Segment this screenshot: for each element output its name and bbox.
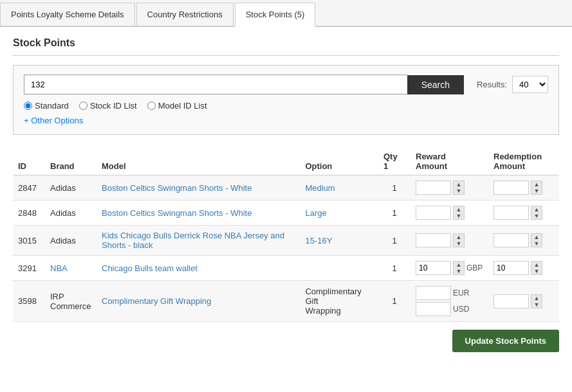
radio-standard[interactable]: Standard [24, 101, 69, 111]
spin-down[interactable]: ▼ [531, 301, 542, 308]
search-row: Search Results: 10 20 40 80 100 [24, 75, 548, 94]
cell-reward: EUR USD [411, 281, 488, 322]
radio-stock-id-list[interactable]: Stock ID List [79, 101, 137, 111]
spin-up[interactable]: ▲ [531, 181, 542, 188]
spin-up[interactable]: ▲ [454, 234, 464, 240]
cell-option: Medium [300, 175, 378, 200]
th-model: Model [97, 148, 300, 175]
table-row: 3598 IRPCommerce Complimentary Gift Wrap… [13, 281, 559, 322]
redemption-input[interactable] [494, 294, 529, 308]
spin-up[interactable]: ▲ [454, 206, 464, 213]
th-qty: Qty1 [378, 148, 411, 175]
redemption-input[interactable] [494, 233, 529, 247]
spin-down[interactable]: ▼ [531, 213, 542, 219]
cell-qty: 1 [378, 226, 411, 256]
cell-redemption: ▲ ▼ [488, 200, 559, 226]
th-brand: Brand [45, 148, 97, 175]
cell-qty: 1 [378, 200, 411, 226]
spin-up[interactable]: ▲ [531, 234, 542, 240]
spin-down[interactable]: ▼ [454, 188, 464, 194]
spin-down[interactable]: ▼ [531, 240, 542, 247]
cell-brand: Adidas [45, 200, 97, 226]
redemption-spin: ▲ ▼ [531, 233, 542, 247]
th-redemption: RedemptionAmount [488, 148, 559, 175]
currency-label-eur: EUR [453, 289, 470, 298]
radio-model-id-list[interactable]: Model ID List [147, 101, 207, 111]
search-input[interactable] [24, 75, 407, 94]
currency-row-eur: EUR [416, 286, 483, 300]
cell-id: 2847 [13, 175, 45, 200]
spin-down[interactable]: ▼ [531, 268, 542, 274]
spin-down[interactable]: ▼ [454, 213, 464, 219]
reward-input[interactable] [416, 181, 451, 195]
redemption-input[interactable] [494, 261, 529, 275]
cell-id: 3598 [13, 281, 45, 322]
cell-reward: ▲ ▼ [411, 200, 488, 226]
tab-points-loyalty[interactable]: Points Loyalty Scheme Details [0, 3, 135, 26]
reward-input-usd[interactable] [416, 302, 451, 316]
results-row: Results: 10 20 40 80 100 [477, 76, 548, 93]
cell-model: Boston Celtics Swingman Shorts - White [97, 175, 300, 200]
cell-reward: ▲ ▼ [411, 226, 488, 256]
redemption-input[interactable] [494, 181, 529, 195]
cell-model: Boston Celtics Swingman Shorts - White [97, 200, 300, 226]
cell-id: 2848 [13, 200, 45, 226]
cell-id: 3291 [13, 256, 45, 281]
reward-input[interactable] [416, 261, 451, 275]
tab-country-restrictions[interactable]: Country Restrictions [136, 3, 234, 26]
cell-qty: 1 [378, 281, 411, 322]
footer-row: Update Stock Points [13, 322, 559, 355]
spin-down[interactable]: ▼ [531, 188, 542, 194]
currency-row-usd: USD [416, 302, 483, 316]
cell-brand: IRPCommerce [45, 281, 97, 322]
cell-option: Large [300, 200, 378, 226]
search-button[interactable]: Search [407, 75, 464, 94]
reward-input[interactable] [416, 233, 451, 247]
table-row: 2848 Adidas Boston Celtics Swingman Shor… [13, 200, 559, 226]
cell-option: Complimentary GiftWrapping [300, 281, 378, 322]
cell-id: 3015 [13, 226, 45, 256]
spin-up[interactable]: ▲ [531, 206, 542, 213]
th-reward: RewardAmount [411, 148, 488, 175]
cell-option [300, 256, 378, 281]
spin-down[interactable]: ▼ [454, 240, 464, 247]
cell-option: 15-16Y [300, 226, 378, 256]
spin-up[interactable]: ▲ [531, 262, 542, 268]
update-stock-points-button[interactable]: Update Stock Points [452, 330, 559, 352]
page-content: Stock Points Search Results: 10 20 40 80… [0, 27, 572, 365]
table-row: 2847 Adidas Boston Celtics Swingman Shor… [13, 175, 559, 200]
results-select[interactable]: 10 20 40 80 100 [512, 76, 548, 93]
th-id: ID [13, 148, 45, 175]
reward-input[interactable] [416, 206, 451, 220]
redemption-spin: ▲ ▼ [531, 261, 542, 275]
tabs-container: Points Loyalty Scheme Details Country Re… [0, 0, 572, 27]
cell-reward: ▲ ▼ [411, 175, 488, 200]
cell-model: Complimentary Gift Wrapping [97, 281, 300, 322]
cell-redemption: ▲ ▼ [488, 256, 559, 281]
cell-model: Kids Chicago Bulls Derrick Rose NBA Jers… [97, 226, 300, 256]
redemption-input[interactable] [494, 206, 529, 220]
spin-up[interactable]: ▲ [531, 295, 542, 301]
redemption-spin: ▲ ▼ [531, 181, 542, 195]
cell-model: Chicago Bulls team wallet [97, 256, 300, 281]
search-panel: Search Results: 10 20 40 80 100 Standard… [13, 65, 559, 135]
cell-redemption: ▲ ▼ [488, 281, 559, 322]
cell-brand: Adidas [45, 175, 97, 200]
redemption-spin: ▲ ▼ [531, 206, 542, 220]
table-row: 3291 NBA Chicago Bulls team wallet 1 ▲ ▼… [13, 256, 559, 281]
reward-input-eur[interactable] [416, 286, 451, 300]
cell-qty: 1 [378, 175, 411, 200]
reward-spin: ▲ ▼ [453, 261, 465, 275]
th-option: Option [300, 148, 378, 175]
tab-stock-points[interactable]: Stock Points (5) [235, 3, 316, 27]
cell-reward: ▲ ▼ GBP [411, 256, 488, 281]
spin-up[interactable]: ▲ [454, 262, 464, 268]
cell-redemption: ▲ ▼ [488, 226, 559, 256]
reward-spin: ▲ ▼ [453, 233, 465, 247]
spin-up[interactable]: ▲ [454, 181, 464, 188]
cell-qty: 1 [378, 256, 411, 281]
other-options-link[interactable]: + Other Options [24, 116, 83, 125]
stock-points-table: ID Brand Model Option Qty1 RewardAmount … [13, 148, 559, 322]
spin-down[interactable]: ▼ [454, 268, 464, 274]
section-divider [13, 55, 559, 56]
